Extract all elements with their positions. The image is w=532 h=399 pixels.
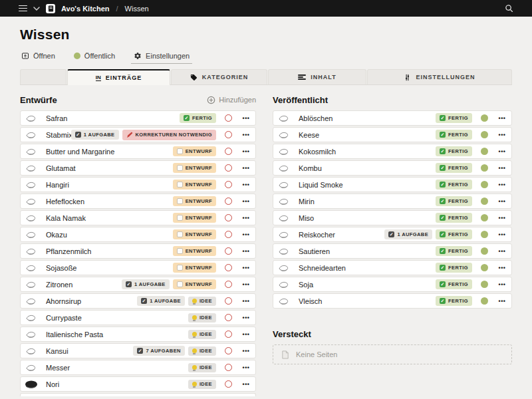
list-item[interactable]: HefeflockenENTWURF••• [20,194,256,209]
list-item[interactable]: Reiskocher✓1 AUFGABE✓FERTIG••• [273,227,512,242]
row-menu-button[interactable]: ••• [237,364,255,371]
row-menu-button[interactable]: ••• [493,231,511,238]
status-circle-published[interactable] [481,114,488,122]
list-item[interactable]: PflanzenmilchENTWURF••• [20,243,256,259]
row-menu-button[interactable]: ••• [493,298,511,305]
list-item[interactable]: Stabmixer✓1 AUFGABEKORREKTUREN NOTWENDIG… [20,127,256,142]
status-circle-published[interactable] [481,148,488,155]
list-item[interactable]: Kala NamakENTWURF••• [20,210,256,225]
status-circle-published[interactable] [481,264,488,271]
row-menu-button[interactable]: ••• [237,148,255,155]
row-menu-button[interactable]: ••• [493,165,511,172]
status-circle-published[interactable] [481,214,488,221]
status-circle-published[interactable] [481,247,488,255]
status-circle-draft[interactable] [225,297,232,305]
status-circle-draft[interactable] [225,148,232,155]
list-item[interactable]: Schneidearten✓FERTIG••• [273,260,512,275]
row-menu-button[interactable]: ••• [237,265,255,271]
list-item[interactable]: Zitronen✓1 AUFGABEENTWURF••• [20,277,256,292]
tab-stub[interactable] [20,69,66,84]
search-icon[interactable] [505,4,513,13]
tab-content[interactable]: INHALT [268,69,366,84]
status-circle-draft[interactable] [225,364,232,371]
toolbar-item-settings[interactable]: Einstellungen [132,51,191,63]
status-circle-draft[interactable] [225,181,232,188]
row-menu-button[interactable]: ••• [493,248,511,255]
chevron-down-icon[interactable] [33,7,40,11]
workspace-icon[interactable] [46,4,55,13]
status-circle-published[interactable] [481,297,488,305]
row-menu-button[interactable]: ••• [237,115,255,122]
tab-settings[interactable]: EINSTELLUNGEN [367,69,512,84]
row-menu-button[interactable]: ••• [493,115,511,122]
row-menu-button[interactable]: ••• [237,165,255,172]
status-circle-published[interactable] [481,164,488,172]
row-menu-button[interactable]: ••• [493,148,511,155]
row-menu-button[interactable]: ••• [237,182,255,188]
status-circle-published[interactable] [481,198,488,205]
status-circle-published[interactable] [481,281,488,288]
breadcrumb-app-name[interactable]: Avo's Kitchen [61,5,110,13]
row-menu-button[interactable]: ••• [237,215,255,221]
status-circle-draft[interactable] [225,281,232,288]
list-item[interactable]: Ahornsirup✓1 AUFGABEIDEE••• [20,293,256,309]
list-item[interactable]: Kombu✓FERTIG••• [273,160,512,176]
list-item[interactable]: Kansui✓7 AUFGABENIDEE••• [20,343,256,358]
list-item[interactable]: Vleisch✓FERTIG••• [273,293,512,309]
status-circle-draft[interactable] [225,164,232,172]
add-page-button[interactable]: Hinzufügen [207,96,256,104]
breadcrumb-page-name[interactable]: Wissen [125,5,149,13]
list-item[interactable]: Miso✓FERTIG••• [273,210,512,225]
list-item[interactable]: Safran✓FERTIG••• [20,110,256,126]
list-item[interactable]: Mirin✓FERTIG••• [273,194,512,209]
row-menu-button[interactable]: ••• [237,381,255,388]
row-menu-button[interactable]: ••• [237,132,255,138]
list-item[interactable]: MesserIDEE••• [20,360,256,375]
row-menu-button[interactable]: ••• [493,281,511,288]
list-item[interactable]: Sautieren✓FERTIG••• [273,243,512,259]
status-circle-draft[interactable] [225,114,232,122]
status-circle-draft[interactable] [225,247,232,255]
tab-entries[interactable]: INEINTRÄGE [67,69,170,85]
toolbar-item-open[interactable]: Öffnen [20,51,57,63]
list-item[interactable]: CurrypasteIDEE••• [20,310,256,325]
list-item[interactable]: GlutamatENTWURF••• [20,160,256,176]
list-item[interactable]: Butter und MargarineENTWURF••• [20,144,256,159]
list-item[interactable]: HangiriENTWURF••• [20,177,256,192]
row-menu-button[interactable]: ••• [493,265,511,271]
status-circle-draft[interactable] [225,380,232,388]
status-circle-draft[interactable] [225,314,232,321]
row-menu-button[interactable]: ••• [237,298,255,305]
status-circle-draft[interactable] [225,331,232,338]
row-menu-button[interactable]: ••• [237,315,255,321]
list-item[interactable]: Ablöschen✓FERTIG••• [273,110,512,126]
row-menu-button[interactable]: ••• [493,198,511,205]
list-item[interactable]: Liquid Smoke✓FERTIG••• [273,177,512,192]
row-menu-button[interactable]: ••• [237,248,255,255]
status-circle-draft[interactable] [225,131,232,138]
toolbar-item-public[interactable]: Öffentlich [72,51,116,63]
row-menu-button[interactable]: ••• [493,215,511,221]
row-menu-button[interactable]: ••• [237,348,255,354]
status-circle-draft[interactable] [225,198,232,205]
list-item[interactable]: NoriIDEE••• [20,376,256,392]
row-menu-button[interactable]: ••• [493,132,511,138]
status-circle-draft[interactable] [225,264,232,271]
list-item[interactable]: Keese✓FERTIG••• [273,127,512,142]
tab-categories[interactable]: KATEGORIEN [171,69,267,84]
list-item[interactable]: Italienische PastaIDEE••• [20,327,256,342]
row-menu-button[interactable]: ••• [493,182,511,188]
status-circle-draft[interactable] [225,347,232,354]
status-circle-draft[interactable] [225,231,232,238]
row-menu-button[interactable]: ••• [237,281,255,288]
status-circle-published[interactable] [481,181,488,188]
list-item-partial[interactable] [20,393,256,396]
row-menu-button[interactable]: ••• [237,231,255,238]
list-item[interactable]: SojasoßeENTWURF••• [20,260,256,275]
list-item[interactable]: Kokosmilch✓FERTIG••• [273,144,512,159]
status-circle-published[interactable] [481,131,488,138]
row-menu-button[interactable]: ••• [237,331,255,338]
list-item[interactable]: Soja✓FERTIG••• [273,277,512,292]
row-menu-button[interactable]: ••• [237,198,255,205]
list-item[interactable]: OkazuENTWURF••• [20,227,256,242]
